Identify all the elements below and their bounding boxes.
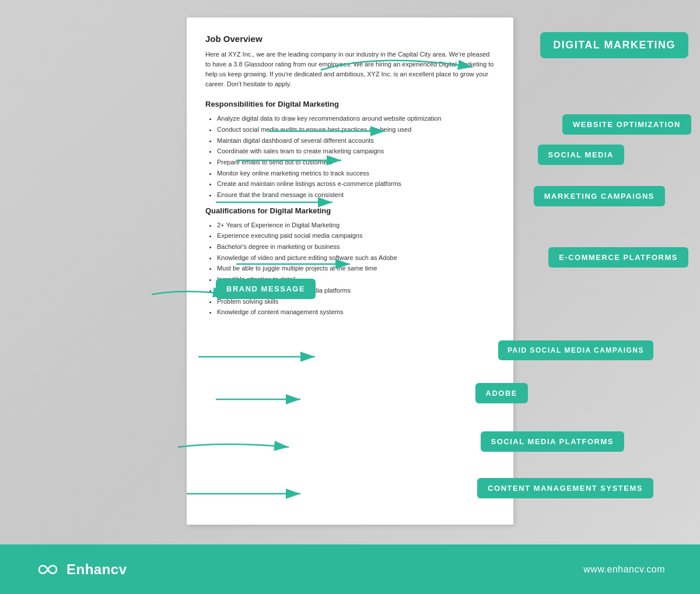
tag-digital-marketing: DIGITAL MARKETING: [540, 32, 688, 58]
list-item: Create and maintain online listings acro…: [217, 178, 495, 189]
footer-logo: Enhancv: [35, 561, 127, 578]
main-content: Job Overview Here at XYZ Inc., we are th…: [0, 0, 700, 544]
logo-icon: [35, 561, 61, 578]
list-item: Bachelor's degree in marketing or busine…: [217, 241, 495, 252]
tag-paid-social: PAID SOCIAL MEDIA CAMPAIGNS: [498, 340, 653, 360]
arrow-ecommerce: [236, 255, 394, 273]
list-item: 2+ Years of Experience in Digital Market…: [217, 220, 495, 231]
arrow-paid-social: [198, 348, 356, 365]
footer-url: www.enhancv.com: [583, 564, 665, 575]
footer-logo-text: Enhancv: [66, 561, 127, 578]
arrow-website-opt: [268, 122, 432, 140]
tag-website-optimization: WEBSITE OPTIMIZATION: [562, 114, 691, 135]
arrow-social-platforms: [178, 438, 324, 456]
list-item: Experience executing paid social media c…: [217, 230, 495, 241]
arrow-social-media: [236, 152, 382, 169]
responsibilities-title: Responsibilities for Digital Marketing: [205, 100, 495, 108]
list-item: Knowledge of content management systems: [217, 307, 495, 318]
tag-cms: CONTENT MANAGEMENT SYSTEMS: [477, 478, 653, 498]
tag-adobe: ADOBE: [475, 383, 528, 403]
arrow-marketing-campaigns: [216, 194, 379, 211]
tag-social-media: SOCIAL MEDIA: [538, 145, 624, 165]
footer: Enhancv www.enhancv.com: [0, 544, 700, 594]
tag-ecommerce: E-COMMERCE PLATFORMS: [548, 247, 688, 268]
tag-brand-message: BRAND MESSAGE: [216, 279, 316, 299]
arrow-cms: [187, 485, 338, 502]
list-item: Monitor key online marketing metrics to …: [217, 168, 495, 179]
tag-marketing-campaigns: MARKETING CAMPAIGNS: [534, 186, 665, 206]
job-overview-title: Job Overview: [205, 34, 495, 44]
arrow-digital-marketing: [309, 47, 531, 82]
arrow-adobe: [216, 391, 332, 408]
tag-social-media-platforms: SOCIAL MEDIA PLATFORMS: [481, 431, 624, 452]
